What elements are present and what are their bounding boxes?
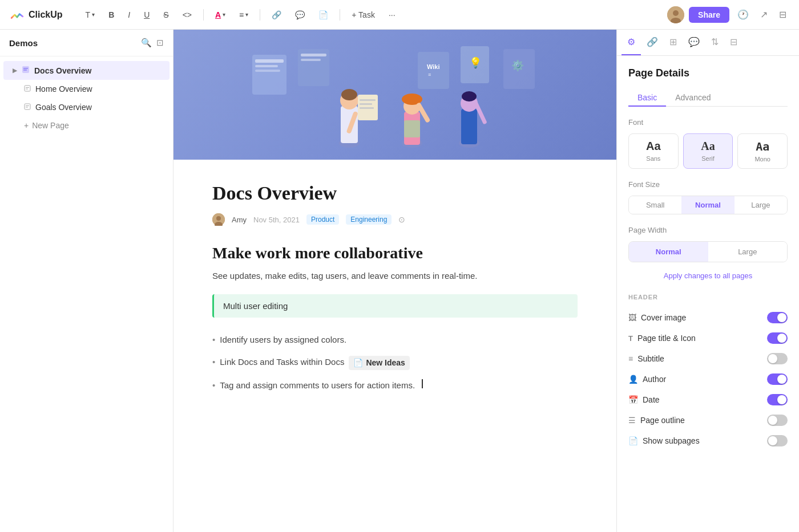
svg-point-44 (462, 91, 477, 101)
toggle-label-date: 📅 Date (628, 395, 660, 404)
toggle-cover-image-switch[interactable] (767, 312, 788, 323)
toggle-page-title-switch[interactable] (767, 332, 788, 344)
toolbar-divider-2 (260, 9, 260, 21)
font-sans-name: Sans (646, 155, 660, 162)
doc-body-text: See updates, make edits, tag users, and … (212, 269, 578, 283)
sidebar-search-button[interactable]: 🔍 (141, 38, 152, 48)
bold-button[interactable]: B (104, 8, 119, 22)
underline-button[interactable]: U (139, 8, 154, 22)
toggle-label-date-text: Date (643, 395, 660, 404)
toggle-subpages-switch[interactable] (767, 435, 788, 446)
toggle-date: 📅 Date (628, 389, 788, 410)
inline-mention-icon: 📄 (353, 357, 363, 369)
layout-panel-icon: ⊟ (730, 36, 737, 47)
more-button[interactable]: ··· (384, 8, 400, 22)
settings-icon: ⚙ (627, 36, 635, 47)
color-chevron: ▾ (223, 11, 225, 18)
panel-tab-connections[interactable]: 🔗 (641, 30, 664, 55)
sidebar-collapse-button[interactable]: ⊡ (156, 38, 164, 48)
doc-body: Docs Overview Amy Nov 5th, 2021 Product … (178, 160, 612, 431)
panel-tab-sort[interactable]: ⇅ (705, 30, 724, 55)
sidebar-new-page[interactable]: + New Page (3, 116, 170, 135)
comment-icon: 💬 (295, 10, 305, 19)
apply-all-link[interactable]: Apply changes to all pages (628, 271, 788, 280)
cover-illustration: Wiki ≡ 💡 ⚙️ (224, 38, 566, 152)
panel-tab-grid[interactable]: ⊞ (664, 30, 683, 55)
color-button[interactable]: A ▾ (211, 8, 230, 22)
bullet-item-2: Link Docs and Tasks within Docs 📄 New Id… (212, 351, 578, 375)
toggle-cover-image: 🖼 Cover image (628, 307, 788, 328)
sidebar-nav: ▶ Docs Overview (0, 56, 173, 139)
history-icon: 🕐 (737, 9, 749, 20)
italic-button[interactable]: I (123, 8, 135, 22)
bullet-text-2: Link Docs and Tasks within Docs (220, 356, 344, 369)
task-button[interactable]: + Task (347, 8, 380, 22)
file-button[interactable]: 📄 (314, 8, 333, 22)
toggle-label-cover: 🖼 Cover image (628, 313, 686, 322)
sidebar-item-home-overview[interactable]: Home Overview (3, 80, 170, 98)
strikethrough-button[interactable]: S (159, 8, 173, 22)
svg-rect-32 (360, 99, 376, 101)
font-label: Font (628, 118, 788, 127)
code-button[interactable]: <> (178, 8, 196, 22)
font-option-sans[interactable]: Aa Sans (628, 133, 679, 169)
page-width-normal[interactable]: Normal (629, 242, 708, 262)
grid-icon: ⊞ (669, 36, 677, 47)
toggle-author: 👤 Author (628, 369, 788, 389)
app-name: ClickUp (29, 10, 63, 20)
comment-button[interactable]: 💬 (290, 8, 309, 22)
share-button[interactable]: Share (689, 7, 729, 23)
panel-tab-settings[interactable]: ⚙ (622, 30, 641, 55)
export-button[interactable]: ↗ (757, 7, 771, 22)
callout-block: Multi user editing (212, 294, 578, 318)
toggle-label-title-text: Page title & Icon (637, 334, 696, 343)
color-label: A (215, 10, 221, 19)
sidebar-header-icons: 🔍 ⊡ (141, 38, 164, 48)
bullet-item-1: Identify users by assigned colors. (212, 329, 578, 351)
toolbar: ClickUp T ▾ B I U S <> A ▾ ≡ ▾ 🔗 💬 📄 + T… (0, 0, 799, 30)
toggle-outline-switch[interactable] (767, 415, 788, 426)
layout-icon: ⊟ (779, 9, 786, 20)
inline-mention-text: New Ideas (366, 357, 405, 369)
sidebar-item-docs-overview[interactable]: ▶ Docs Overview (3, 61, 170, 80)
panel-sub-tab-advanced[interactable]: Advanced (666, 90, 720, 107)
sidebar-item-goals-overview[interactable]: Goals Overview (3, 98, 170, 116)
link-icon: 🔗 (272, 10, 281, 19)
svg-rect-4 (23, 68, 28, 69)
font-size-small[interactable]: Small (629, 196, 681, 214)
doc-heading: Make work more collaborative (212, 244, 578, 262)
toggle-subtitle: ≡ Subtitle (628, 348, 788, 369)
clickup-logo-icon (9, 7, 25, 23)
font-option-serif[interactable]: Aa Serif (683, 133, 733, 169)
font-option-mono[interactable]: Aa Mono (737, 133, 788, 169)
link-button[interactable]: 🔗 (267, 8, 286, 22)
panel-sub-tab-basic[interactable]: Basic (628, 90, 666, 107)
tag-engineering[interactable]: Engineering (346, 214, 392, 225)
font-mono-name: Mono (754, 156, 770, 163)
svg-rect-7 (26, 87, 29, 88)
sidebar-doc-icon-docs (22, 66, 30, 75)
align-button[interactable]: ≡ ▾ (235, 8, 253, 22)
toggle-subtitle-switch[interactable] (767, 353, 788, 364)
toggle-author-switch[interactable] (767, 373, 788, 385)
inline-mention[interactable]: 📄 New Ideas (349, 356, 409, 370)
toggle-outline-knob (768, 416, 777, 425)
toggle-label-outline: ☰ Page outline (628, 416, 685, 425)
font-serif-name: Serif (701, 155, 715, 162)
sidebar: Demos 🔍 ⊡ ▶ Docs Overview (0, 30, 173, 532)
font-options: Aa Sans Aa Serif Aa Mono (628, 133, 788, 169)
font-size-normal[interactable]: Normal (681, 196, 734, 214)
layout-button[interactable]: ⊟ (776, 7, 790, 22)
svg-rect-11 (26, 107, 28, 108)
sort-icon: ⇅ (711, 36, 719, 47)
font-size-large[interactable]: Large (735, 196, 787, 214)
panel-tab-comments[interactable]: 💬 (683, 30, 705, 55)
page-width-large[interactable]: Large (708, 242, 788, 262)
sidebar-page-icon-goals (24, 103, 31, 112)
panel-tab-layout[interactable]: ⊟ (724, 30, 743, 55)
text-style-button[interactable]: T ▾ (81, 8, 100, 22)
cover-image-icon: 🖼 (628, 313, 636, 322)
toggle-date-switch[interactable] (767, 394, 788, 405)
history-button[interactable]: 🕐 (734, 7, 752, 22)
tag-product[interactable]: Product (306, 214, 339, 225)
